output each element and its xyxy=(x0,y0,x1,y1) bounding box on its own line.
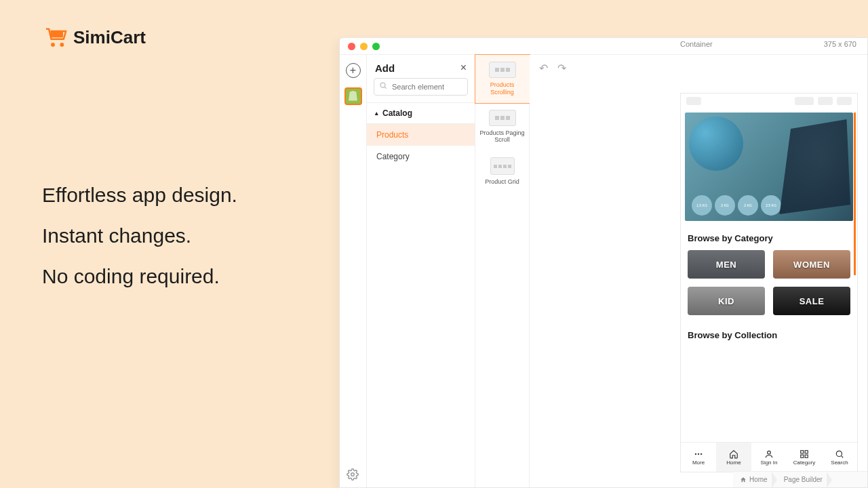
svg-point-9 xyxy=(768,451,771,454)
dumbbell-icon: 2.5 KG xyxy=(761,195,781,216)
brand-logo: SimiCart xyxy=(45,27,146,48)
tagline-line3: No coding required. xyxy=(42,256,237,297)
sign-in-icon xyxy=(764,449,774,459)
nav-sign-in[interactable]: Sign In xyxy=(751,443,787,472)
home-icon xyxy=(729,449,738,459)
svg-rect-13 xyxy=(805,455,808,458)
sidebar-item-category[interactable]: Category xyxy=(367,146,475,167)
svg-rect-10 xyxy=(801,450,804,453)
close-window-icon[interactable] xyxy=(348,43,355,50)
placeholder-pill xyxy=(818,97,833,105)
app-body: + Add × ▴ Catalog ProductsCategory xyxy=(340,54,867,487)
nav-category[interactable]: Category xyxy=(787,443,822,472)
cart-icon xyxy=(45,28,68,48)
preview-meta: Container 375 x 670 xyxy=(680,40,856,48)
section-title-collection: Browse by Collection xyxy=(688,330,850,340)
section-catalog[interactable]: ▴ Catalog xyxy=(367,102,475,124)
nav-label: Search xyxy=(831,460,848,466)
thumb-icon xyxy=(489,110,516,126)
hero-image[interactable]: 1.5 KG2 KG2 KG2.5 KG xyxy=(685,113,853,221)
element-column: Products ScrollingProducts Paging Scroll… xyxy=(475,55,530,487)
search-icon xyxy=(835,449,844,459)
category-kid[interactable]: KID xyxy=(688,287,765,315)
crumb-page-builder[interactable]: Page Builder xyxy=(777,472,832,487)
dumbbell-icon: 2 KG xyxy=(738,195,758,216)
canvas[interactable]: ↶ ↷ ✥ Products Scrolling Container 375 x… xyxy=(530,55,867,487)
app-window: + Add × ▴ Catalog ProductsCategory xyxy=(339,37,868,488)
element-label: Products Paging Scroll xyxy=(478,129,527,144)
nav-search[interactable]: Search xyxy=(822,443,857,472)
sidebar-item-products[interactable]: Products xyxy=(367,124,475,146)
category-sale[interactable]: SALE xyxy=(773,287,850,315)
insert-indicator xyxy=(854,113,856,275)
redo-icon[interactable]: ↷ xyxy=(557,62,566,75)
svg-point-6 xyxy=(695,453,696,454)
brand-name: SimiCart xyxy=(73,27,146,48)
undo-icon[interactable]: ↶ xyxy=(539,62,548,75)
thumb-icon xyxy=(490,157,515,175)
section-label: Catalog xyxy=(382,108,412,118)
category-women[interactable]: WOMEN xyxy=(773,250,850,279)
tagline-line1: Effortless app design. xyxy=(42,175,237,216)
svg-point-4 xyxy=(380,83,385,87)
svg-point-2 xyxy=(60,43,64,47)
shopify-icon[interactable] xyxy=(344,87,362,105)
svg-point-3 xyxy=(351,473,355,476)
placeholder-icon xyxy=(686,97,701,105)
nav-label: Home xyxy=(726,460,741,466)
nav-label: More xyxy=(692,460,705,466)
bottom-nav: MoreHomeSign InCategorySearch xyxy=(681,442,857,472)
left-rail: + xyxy=(340,55,367,487)
thumb-icon xyxy=(489,62,516,78)
placeholder-pill xyxy=(837,97,852,105)
svg-rect-0 xyxy=(51,30,63,37)
breadcrumb: HomePage Builder xyxy=(733,471,867,487)
minimize-window-icon[interactable] xyxy=(360,43,368,50)
chevron-up-icon: ▴ xyxy=(375,110,378,117)
device-preview: 1.5 KG2 KG2 KG2.5 KG Browse by Category … xyxy=(680,93,858,472)
more-icon xyxy=(694,449,703,459)
svg-rect-11 xyxy=(805,450,808,453)
nav-label: Category xyxy=(793,460,815,466)
search-input[interactable] xyxy=(374,78,468,96)
svg-rect-12 xyxy=(801,455,804,458)
element-label: Products Scrolling xyxy=(478,81,527,96)
tagline-line2: Instant changes. xyxy=(42,216,237,256)
element-products-scrolling[interactable]: Products Scrolling xyxy=(475,55,530,103)
category-icon xyxy=(800,449,809,459)
svg-point-14 xyxy=(836,451,842,456)
svg-point-7 xyxy=(698,453,699,454)
nav-label: Sign In xyxy=(761,460,778,466)
add-panel: Add × ▴ Catalog ProductsCategory xyxy=(367,55,475,487)
category-men[interactable]: MEN xyxy=(688,250,765,279)
preview-header xyxy=(681,94,857,108)
preview-dims: 375 x 670 xyxy=(824,40,856,48)
maximize-window-icon[interactable] xyxy=(372,43,380,50)
element-product-grid[interactable]: Product Grid xyxy=(475,150,530,192)
marketing-pane: SimiCart Effortless app design. Instant … xyxy=(0,0,339,488)
element-label: Product Grid xyxy=(485,178,519,186)
container-label: Container xyxy=(680,40,713,48)
tagline: Effortless app design. Instant changes. … xyxy=(42,175,237,297)
settings-icon[interactable] xyxy=(347,468,359,481)
svg-point-8 xyxy=(701,453,702,454)
add-button[interactable]: + xyxy=(346,63,361,78)
search-icon xyxy=(379,81,387,89)
nav-home[interactable]: Home xyxy=(716,443,751,472)
nav-more[interactable]: More xyxy=(681,443,716,472)
svg-point-1 xyxy=(51,43,55,47)
element-products-paging-scroll[interactable]: Products Paging Scroll xyxy=(475,103,530,151)
dumbbell-icon: 2 KG xyxy=(715,195,735,216)
preview-body[interactable]: 1.5 KG2 KG2 KG2.5 KG Browse by Category … xyxy=(681,108,857,442)
history-controls: ↶ ↷ xyxy=(539,62,566,75)
svg-line-15 xyxy=(842,455,844,458)
placeholder-pill xyxy=(795,97,814,105)
add-panel-title: Add xyxy=(375,62,395,74)
close-icon[interactable]: × xyxy=(460,62,467,74)
dumbbell-icon: 1.5 KG xyxy=(692,195,712,216)
section-title-category: Browse by Category xyxy=(688,233,850,243)
crumb-home[interactable]: Home xyxy=(733,472,777,487)
svg-line-5 xyxy=(384,87,386,88)
